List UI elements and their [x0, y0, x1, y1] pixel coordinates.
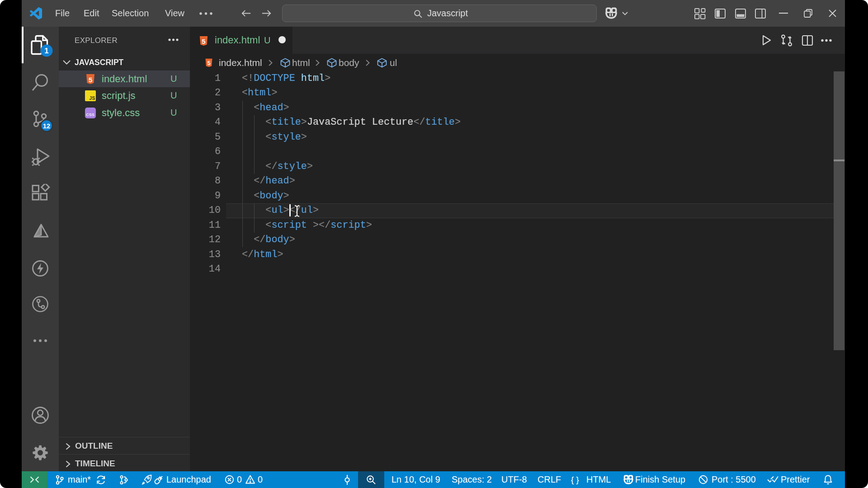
svg-text:CSS: CSS [86, 113, 94, 117]
svg-text:12: 12 [43, 122, 51, 130]
svg-text:5: 5 [207, 60, 210, 66]
svg-text:5: 5 [202, 38, 205, 45]
svg-text:JS: JS [90, 95, 95, 101]
svg-text:5: 5 [89, 76, 93, 84]
svg-text:1: 1 [44, 47, 48, 55]
